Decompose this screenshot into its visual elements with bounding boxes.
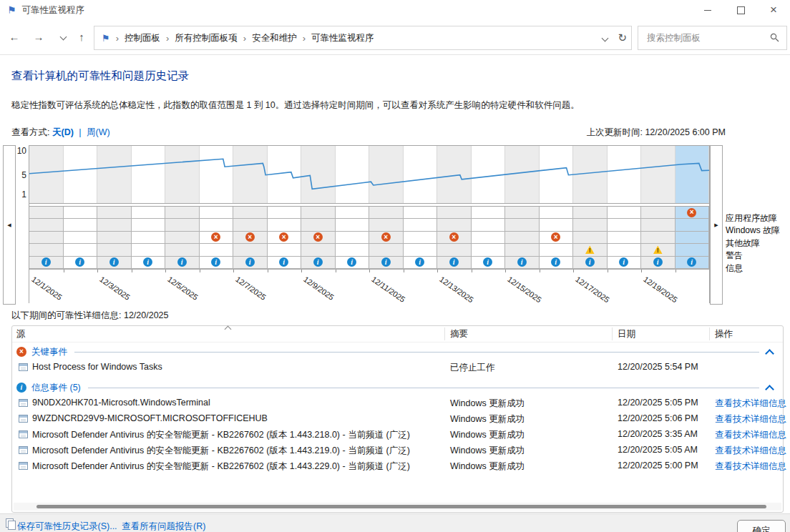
collapse-group-icon[interactable] <box>765 349 774 358</box>
event-grid-cell[interactable]: × <box>233 232 268 244</box>
view-technical-details-link[interactable]: 查看技术详细信息 <box>715 445 786 457</box>
event-grid-cell[interactable]: i <box>132 257 166 269</box>
event-grid-cell[interactable] <box>505 219 540 231</box>
horizontal-scrollbar[interactable] <box>14 503 781 511</box>
address-dropdown-icon[interactable] <box>602 34 609 41</box>
event-grid-cell[interactable] <box>404 244 438 256</box>
event-grid-cell[interactable] <box>268 219 302 231</box>
event-grid-cell[interactable]: ! <box>573 244 608 256</box>
event-grid-cell[interactable] <box>268 244 302 256</box>
event-grid-cell[interactable] <box>200 219 234 231</box>
event-grid-cell[interactable] <box>336 219 370 231</box>
event-grid-cell[interactable] <box>437 207 472 219</box>
event-grid-cell[interactable] <box>64 232 98 244</box>
event-grid-cell[interactable] <box>97 207 132 219</box>
event-grid-cell[interactable] <box>573 207 608 219</box>
event-grid-cell[interactable] <box>301 244 336 256</box>
event-grid-cell[interactable] <box>165 232 200 244</box>
event-grid-cell[interactable] <box>29 232 64 244</box>
view-by-days-link[interactable]: 天(D) <box>52 127 74 137</box>
ok-button[interactable]: 确定 <box>737 520 786 532</box>
column-header-source[interactable]: 源 <box>16 328 26 340</box>
event-grid-cell[interactable] <box>268 207 302 219</box>
scroll-right-button[interactable]: ▶ <box>710 145 723 305</box>
event-grid-cell[interactable] <box>64 219 98 231</box>
event-grid-cell[interactable]: i <box>64 257 98 269</box>
event-grid-cell[interactable] <box>97 219 132 231</box>
view-problem-reports-link[interactable]: 查看所有问题报告(R) <box>122 521 205 532</box>
event-grid-cell[interactable] <box>472 232 506 244</box>
event-grid-cell[interactable] <box>641 219 676 231</box>
event-grid-cell[interactable] <box>301 219 336 231</box>
view-technical-details-link[interactable]: 查看技术详细信息 <box>715 460 786 473</box>
collapse-group-icon[interactable] <box>765 385 774 394</box>
event-row[interactable]: Microsoft Defender Antivirus 的安全智能更新 - K… <box>12 443 783 458</box>
event-grid-cell[interactable] <box>336 244 370 256</box>
event-grid-cell[interactable] <box>505 244 540 256</box>
event-grid-cell[interactable] <box>336 232 370 244</box>
event-grid-cell[interactable]: × <box>369 232 404 244</box>
view-by-weeks-link[interactable]: 周(W) <box>87 127 110 137</box>
event-grid-cell[interactable] <box>97 244 132 256</box>
event-grid-cell[interactable]: i <box>404 257 438 269</box>
event-grid-cell[interactable] <box>29 244 64 256</box>
event-grid-cell[interactable]: i <box>505 257 540 269</box>
scroll-left-button[interactable]: ◀ <box>3 145 16 305</box>
event-grid-cell[interactable] <box>676 244 710 256</box>
event-grid-cell[interactable] <box>608 219 642 231</box>
event-grid-cell[interactable] <box>437 219 472 231</box>
event-grid-cell[interactable] <box>29 207 64 219</box>
breadcrumb-item[interactable]: 安全和维护 <box>252 32 297 44</box>
event-grid-cell[interactable] <box>64 244 98 256</box>
event-grid-cell[interactable]: × <box>676 207 710 219</box>
event-grid-cell[interactable] <box>369 207 404 219</box>
event-grid-cell[interactable] <box>540 244 574 256</box>
event-row[interactable]: 9N0DX20HK701-Microsoft.WindowsTerminalWi… <box>12 395 783 411</box>
event-grid-cell[interactable] <box>404 219 438 231</box>
event-grid-cell[interactable] <box>641 207 676 219</box>
event-group-row[interactable]: i信息事件 (5) <box>12 380 783 395</box>
event-grid-cell[interactable]: i <box>336 257 370 269</box>
event-grid-cell[interactable] <box>404 207 438 219</box>
event-grid-cell[interactable] <box>573 219 608 231</box>
event-grid-cell[interactable] <box>676 232 710 244</box>
search-input[interactable] <box>645 27 763 49</box>
event-grid-cell[interactable] <box>472 219 506 231</box>
column-header-action[interactable]: 操作 <box>715 328 733 340</box>
event-grid-cell[interactable] <box>165 219 200 231</box>
event-grid-cell[interactable]: i <box>301 257 336 269</box>
event-grid-cell[interactable] <box>505 207 540 219</box>
event-grid-cell[interactable] <box>200 244 234 256</box>
minimize-button[interactable] <box>691 0 724 20</box>
event-grid-cell[interactable]: × <box>540 232 574 244</box>
view-technical-details-link[interactable]: 查看技术详细信息 <box>715 398 786 410</box>
event-grid-cell[interactable] <box>336 207 370 219</box>
event-grid-cell[interactable] <box>573 232 608 244</box>
event-grid-cell[interactable] <box>540 219 574 231</box>
event-grid-cell[interactable] <box>132 219 166 231</box>
event-grid-cell[interactable]: i <box>233 257 268 269</box>
event-grid-cell[interactable]: i <box>437 257 472 269</box>
event-grid-cell[interactable] <box>233 244 268 256</box>
breadcrumb-item[interactable]: 所有控制面板项 <box>175 32 238 44</box>
event-grid-cell[interactable] <box>608 207 642 219</box>
event-grid-cell[interactable]: i <box>641 257 676 269</box>
event-row[interactable]: 9WZDNCRD29V9-MICROSOFT.MICROSOFTOFFICEHU… <box>12 411 783 427</box>
event-grid-cell[interactable] <box>165 244 200 256</box>
column-header-summary[interactable]: 摘要 <box>450 328 468 340</box>
event-grid-cell[interactable] <box>165 207 200 219</box>
event-grid-cell[interactable]: ! <box>641 244 676 256</box>
event-grid-cell[interactable]: i <box>573 257 608 269</box>
breadcrumb-item[interactable]: 控制面板 <box>125 32 160 44</box>
event-grid-cell[interactable] <box>233 207 268 219</box>
event-grid-cell[interactable]: i <box>200 257 234 269</box>
event-grid-cell[interactable] <box>29 219 64 231</box>
column-header-date[interactable]: 日期 <box>618 328 635 340</box>
event-grid-cell[interactable] <box>608 244 642 256</box>
event-grid-cell[interactable] <box>505 232 540 244</box>
event-grid-cell[interactable]: × <box>268 232 302 244</box>
event-grid-cell[interactable] <box>132 232 166 244</box>
event-row[interactable]: Microsoft Defender Antivirus 的安全智能更新 - K… <box>12 427 783 443</box>
event-grid-cell[interactable]: i <box>540 257 574 269</box>
event-grid-cell[interactable]: i <box>676 257 710 269</box>
